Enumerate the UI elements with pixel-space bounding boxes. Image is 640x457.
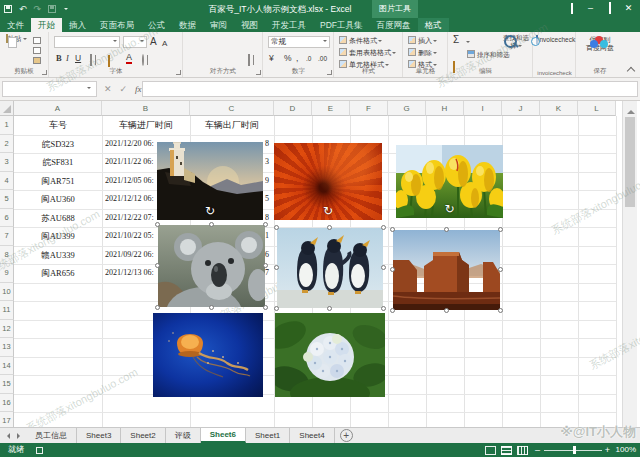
cell-c4-time-out[interactable]: 9	[265, 172, 274, 191]
selection-handle[interactable]	[274, 306, 279, 311]
selection-handle[interactable]	[390, 308, 395, 313]
selection-handle[interactable]	[274, 265, 279, 270]
normal-view-icon[interactable]	[485, 446, 496, 455]
page-break-view-icon[interactable]	[517, 446, 528, 455]
selection-handle[interactable]	[381, 306, 386, 311]
delete-cells-button[interactable]: 删除	[408, 47, 444, 58]
column-header-F[interactable]: F	[350, 101, 388, 116]
decrease-decimal-icon[interactable]: .00	[318, 53, 327, 65]
row-header-11[interactable]: 11	[0, 301, 14, 320]
cancel-icon[interactable]: ✕	[104, 84, 112, 94]
fill-color-icon[interactable]	[108, 55, 110, 67]
cell-c2-time-out[interactable]: 8	[265, 135, 274, 154]
name-box[interactable]	[2, 81, 97, 97]
zoom-out-icon[interactable]: –	[535, 443, 540, 457]
sheet-tab-Sheet2[interactable]: Sheet2	[121, 428, 165, 443]
cell-a2-car-no[interactable]: 皖SD323	[14, 135, 102, 154]
save-icon[interactable]	[4, 5, 12, 13]
scroll-up-icon[interactable]	[627, 106, 635, 114]
font-size-combo[interactable]	[123, 36, 147, 48]
selection-handle[interactable]	[155, 305, 160, 310]
tab-开发工具[interactable]: 开发工具	[265, 18, 313, 32]
row-header-17[interactable]: 17	[0, 412, 14, 427]
clipboard-dialog-launcher-icon[interactable]	[42, 70, 47, 75]
select-all-corner[interactable]	[0, 101, 14, 116]
row-header-8[interactable]: 8	[0, 246, 14, 265]
column-header-I[interactable]: I	[464, 101, 502, 116]
conditional-formatting-button[interactable]: 条件格式	[339, 35, 399, 46]
cell-a8-car-no[interactable]: 赣AU339	[14, 246, 102, 265]
row-header-6[interactable]: 6	[0, 209, 14, 228]
row-header-7[interactable]: 7	[0, 227, 14, 246]
tab-PDF工具集[interactable]: PDF工具集	[313, 18, 370, 32]
save-to-baidu-button[interactable]: 保存到 百度网盘	[581, 36, 619, 52]
alignment-dialog-launcher-icon[interactable]	[256, 70, 261, 75]
sheet-tab-评级[interactable]: 评级	[166, 428, 201, 443]
comma-icon[interactable]: ,	[296, 52, 298, 64]
cell-c3-time-out[interactable]: 3	[265, 153, 274, 172]
selection-handle[interactable]	[209, 305, 214, 310]
merge-center-icon[interactable]	[248, 54, 250, 66]
sheet-tab-Sheet4[interactable]: Sheet4	[290, 428, 334, 443]
row-header-4[interactable]: 4	[0, 172, 14, 191]
formula-input[interactable]	[142, 81, 638, 97]
canyon-photo[interactable]	[393, 230, 500, 310]
selection-handle[interactable]	[444, 227, 449, 232]
collapse-ribbon-icon[interactable]	[627, 67, 635, 75]
row-header-10[interactable]: 10	[0, 283, 14, 302]
cell-b8-time-in[interactable]: 2021/09/22 06:	[105, 246, 158, 265]
sheet-nav-left-icon[interactable]	[0, 428, 13, 443]
column-header-E[interactable]: E	[312, 101, 350, 116]
number-format-combo[interactable]: 常规	[268, 36, 330, 48]
tab-百度网盘[interactable]: 百度网盘	[370, 18, 418, 32]
row-header-13[interactable]: 13	[0, 338, 14, 357]
row-header-3[interactable]: 3	[0, 153, 14, 172]
qat-customize-icon[interactable]	[64, 8, 68, 12]
font-dialog-launcher-icon[interactable]	[176, 70, 181, 75]
cell-c5-time-out[interactable]: 5	[265, 190, 274, 209]
jellyfish-photo[interactable]	[153, 313, 263, 397]
selection-handle[interactable]	[327, 306, 332, 311]
selection-handle[interactable]	[209, 222, 214, 227]
zoom-in-icon[interactable]: +	[605, 443, 610, 457]
column-header-A[interactable]: A	[14, 101, 102, 116]
selection-handle[interactable]	[444, 308, 449, 313]
cell-b3-time-in[interactable]: 2021/11/22 06:	[105, 153, 158, 172]
cell-a6-car-no[interactable]: 苏AU688	[14, 209, 102, 228]
enter-icon[interactable]: ✓	[120, 84, 128, 94]
cell-a4-car-no[interactable]: 闽AR751	[14, 172, 102, 191]
column-header-G[interactable]: G	[388, 101, 426, 116]
cut-icon[interactable]	[33, 37, 41, 44]
vertical-scrollbar[interactable]	[622, 101, 637, 427]
selection-handle[interactable]	[327, 225, 332, 230]
format-as-table-button[interactable]: 套用表格格式	[339, 47, 399, 58]
column-header-B[interactable]: B	[102, 101, 190, 116]
selection-handle[interactable]	[263, 305, 268, 310]
row-header-14[interactable]: 14	[0, 357, 14, 376]
cell-a7-car-no[interactable]: 闽AU399	[14, 227, 102, 246]
tab-审阅[interactable]: 审阅	[203, 18, 234, 32]
koala-photo[interactable]	[158, 225, 265, 307]
vertical-scrollbar-thumb[interactable]	[625, 117, 635, 207]
shrink-font-icon[interactable]: A	[162, 38, 167, 50]
cell-b6-time-in[interactable]: 2021/12/22 07:	[105, 209, 158, 228]
column-header-J[interactable]: J	[502, 101, 540, 116]
cell-b4-time-in[interactable]: 2021/12/05 06:	[105, 172, 158, 191]
cell-b9-time-in[interactable]: 2021/12/13 06:	[105, 264, 158, 283]
sheet-nav-right-icon[interactable]	[13, 428, 26, 443]
font-name-combo[interactable]	[54, 36, 120, 48]
selection-handle[interactable]	[390, 227, 395, 232]
currency-icon[interactable]: ¥	[269, 52, 274, 64]
selection-handle[interactable]	[498, 267, 503, 272]
tab-插入[interactable]: 插入	[62, 18, 93, 32]
zoom-slider-thumb[interactable]	[573, 446, 576, 454]
page-layout-view-icon[interactable]	[501, 446, 512, 455]
row-header-1[interactable]: 1	[0, 116, 14, 135]
worksheet-grid[interactable]: ABCDEFGHIJKL1234567891011121314151617车号车…	[0, 101, 640, 427]
column-header-L[interactable]: L	[578, 101, 616, 116]
zoom-level[interactable]: 100%	[616, 443, 636, 457]
maximize-icon[interactable]	[600, 0, 619, 18]
tab-开始[interactable]: 开始	[31, 18, 62, 32]
sort-filter-button[interactable]: 排序和筛选	[467, 49, 511, 60]
selection-handle[interactable]	[381, 265, 386, 270]
